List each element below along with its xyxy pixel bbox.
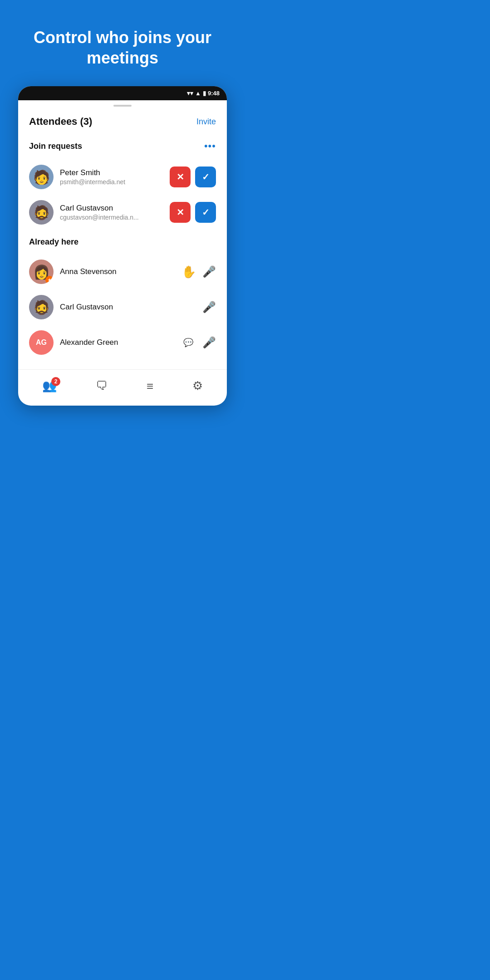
person-actions-carl-here: 🎤 xyxy=(202,301,216,314)
page-title: Control who joins your meetings xyxy=(6,0,239,86)
join-request-row-carl: 🧔 Carl Gustavson cgustavson@intermedia.n… xyxy=(29,195,216,230)
mic-icon-anna[interactable]: 🎤 xyxy=(202,265,216,278)
phone-mockup: ▾▾ ▲ ▮ 9:48 Attendees (3) Invite Join re… xyxy=(18,86,227,406)
attendee-row-carl: 🧔 Carl Gustavson 🎤 xyxy=(29,289,216,325)
approve-icon-carl: ✓ xyxy=(202,207,210,218)
nav-chat[interactable]: 🗨 xyxy=(96,379,108,393)
raise-hand-icon-anna[interactable]: ✋ xyxy=(181,265,196,279)
join-request-row-peter: 🧑 Peter Smith psmith@intermedia.net ✕ ✓ xyxy=(29,159,216,195)
person-email-peter: psmith@intermedia.net xyxy=(60,178,163,186)
join-requests-header: Join requests ••• xyxy=(29,140,216,152)
person-info-carl-here: Carl Gustavson xyxy=(60,303,196,312)
chat-status-icon-alexander: 💬 xyxy=(183,338,193,348)
wifi-icon: ▾▾ xyxy=(187,90,193,97)
mic-icon-carl[interactable]: 🎤 xyxy=(202,301,216,314)
avatar-peter: 🧑 xyxy=(29,165,54,189)
join-requests-section: Join requests ••• 🧑 Peter Smith psmith@i… xyxy=(29,140,216,230)
avatar-anna: 👩 ★ xyxy=(29,260,54,284)
nav-settings[interactable]: ⚙ xyxy=(192,379,203,393)
approve-button-carl[interactable]: ✓ xyxy=(195,202,216,223)
person-email-carl-request: cgustavson@intermedia.n... xyxy=(60,214,163,221)
person-info-carl-request: Carl Gustavson cgustavson@intermedia.n..… xyxy=(60,204,163,221)
person-actions-anna: ✋ 🎤 xyxy=(181,265,216,279)
sheet-header: Attendees (3) Invite xyxy=(29,116,216,127)
deny-icon-carl: ✕ xyxy=(176,207,184,218)
approve-button-peter[interactable]: ✓ xyxy=(195,167,216,187)
deny-button-peter[interactable]: ✕ xyxy=(170,167,191,187)
action-buttons-peter: ✕ ✓ xyxy=(170,167,216,187)
person-name-peter: Peter Smith xyxy=(60,168,163,177)
people-nav-badge: 2 xyxy=(51,377,60,386)
deny-button-carl[interactable]: ✕ xyxy=(170,202,191,223)
person-name-carl-request: Carl Gustavson xyxy=(60,204,163,213)
avatar-carl-here: 🧔 xyxy=(29,295,54,319)
action-buttons-carl-request: ✕ ✓ xyxy=(170,202,216,223)
sheet-content: Attendees (3) Invite Join requests ••• 🧑… xyxy=(18,108,227,360)
already-here-header: Already here xyxy=(29,237,216,247)
person-info-peter: Peter Smith psmith@intermedia.net xyxy=(60,168,163,186)
list-nav-icon: ≡ xyxy=(147,380,153,392)
person-info-anna: Anna Stevenson xyxy=(60,267,175,276)
deny-icon-peter: ✕ xyxy=(176,172,184,182)
drag-handle[interactable] xyxy=(113,105,132,107)
person-actions-alexander: 💬 🎤 xyxy=(183,336,216,349)
approve-icon-peter: ✓ xyxy=(202,172,210,182)
already-here-title: Already here xyxy=(29,237,78,247)
attendee-row-alexander: AG Alexander Green 💬 🎤 xyxy=(29,325,216,360)
avatar-alexander: AG xyxy=(29,330,54,355)
chat-nav-icon: 🗨 xyxy=(96,379,108,393)
battery-icon: ▮ xyxy=(203,90,206,97)
mic-icon-alexander[interactable]: 🎤 xyxy=(202,336,216,349)
nav-people[interactable]: 👥 2 xyxy=(42,379,57,393)
more-options-icon[interactable]: ••• xyxy=(204,140,216,152)
bottom-nav: 👥 2 🗨 ≡ ⚙ xyxy=(18,369,227,406)
person-info-alexander: Alexander Green xyxy=(60,338,177,347)
nav-list[interactable]: ≡ xyxy=(147,380,153,392)
host-badge-anna: ★ xyxy=(45,276,54,284)
join-requests-title: Join requests xyxy=(29,142,82,151)
time-display: 9:48 xyxy=(208,90,220,97)
status-icons: ▾▾ ▲ ▮ 9:48 xyxy=(187,90,220,97)
invite-button[interactable]: Invite xyxy=(196,117,216,127)
avatar-carl-request: 🧔 xyxy=(29,200,54,225)
person-name-carl-here: Carl Gustavson xyxy=(60,303,196,312)
settings-nav-icon: ⚙ xyxy=(192,379,203,393)
already-here-section: Already here 👩 ★ Anna Stevenson ✋ 🎤 xyxy=(29,237,216,360)
person-name-anna: Anna Stevenson xyxy=(60,267,175,276)
attendee-row-anna: 👩 ★ Anna Stevenson ✋ 🎤 xyxy=(29,254,216,289)
status-bar: ▾▾ ▲ ▮ 9:48 xyxy=(18,86,227,100)
signal-icon: ▲ xyxy=(195,90,201,97)
attendees-title: Attendees (3) xyxy=(29,116,92,127)
person-name-alexander: Alexander Green xyxy=(60,338,177,347)
